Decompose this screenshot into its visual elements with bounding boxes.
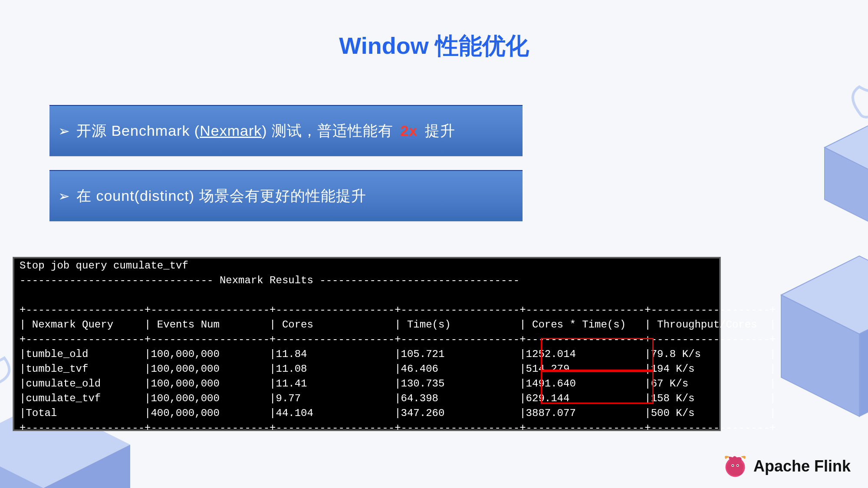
brand-logo: Apache Flink xyxy=(722,453,851,479)
terminal-sep: +-------------------+-------------------… xyxy=(14,332,719,347)
table-row: |cumulate_old |100,000,000 |11.41 |130.7… xyxy=(14,377,719,391)
nexmark-link[interactable]: Nexmark xyxy=(200,122,262,139)
terminal-header-dash: ------------------------------- Nexmark … xyxy=(14,273,719,288)
table-row: |tumble_tvf |100,000,000 |11.08 |46.406 … xyxy=(14,362,719,377)
slide-title: Window 性能优化 xyxy=(0,30,868,62)
table-row: |cumulate_tvf |100,000,000 |9.77 |64.398… xyxy=(14,391,719,406)
terminal-output: Stop job query cumulate_tvf ------------… xyxy=(13,257,720,431)
arrow-icon: ➢ xyxy=(58,123,70,139)
table-row: |Total |400,000,000 |44.104 |347.260 |38… xyxy=(14,406,719,421)
bullet-1-text: 开源 Benchmark (Nexmark) 测试，普适性能有 2x 提升 xyxy=(76,121,455,141)
bullet-1-post: 提升 xyxy=(420,122,455,139)
bullet-1: ➢ 开源 Benchmark (Nexmark) 测试，普适性能有 2x 提升 xyxy=(49,105,523,157)
svg-point-12 xyxy=(732,465,733,466)
terminal-stop-line: Stop job query cumulate_tvf xyxy=(14,259,719,273)
table-row: |tumble_old |100,000,000 |11.84 |105.721… xyxy=(14,347,719,362)
terminal-col-header: | Nexmark Query | Events Num | Cores | T… xyxy=(14,318,719,332)
bullet-2-text: 在 count(distinct) 场景会有更好的性能提升 xyxy=(76,186,366,206)
brand-name: Apache Flink xyxy=(753,457,851,475)
svg-point-13 xyxy=(737,465,738,466)
flink-squirrel-icon xyxy=(722,453,748,479)
terminal-blank xyxy=(14,288,719,303)
terminal-sep: +-------------------+-------------------… xyxy=(14,421,719,436)
bullet-1-pre: 开源 Benchmark ( xyxy=(76,122,200,139)
bullet-2: ➢ 在 count(distinct) 场景会有更好的性能提升 xyxy=(49,170,523,222)
bullet-1-highlight: 2x xyxy=(398,122,420,139)
terminal-sep: +-------------------+-------------------… xyxy=(14,303,719,318)
arrow-icon: ➢ xyxy=(58,188,70,204)
bullet-1-mid: ) 测试，普适性能有 xyxy=(262,122,398,139)
